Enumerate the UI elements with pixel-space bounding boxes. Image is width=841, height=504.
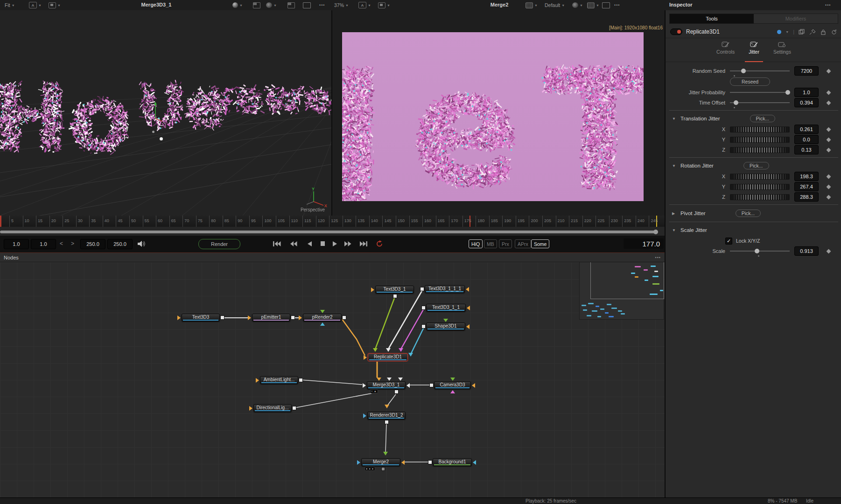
zoom-select-right[interactable]: 37%▼ xyxy=(332,0,350,10)
node-input-arrow[interactable] xyxy=(371,287,374,292)
keyframe-diamond-icon[interactable] xyxy=(827,137,831,142)
copy-view-button[interactable] xyxy=(251,0,262,10)
pin-icon[interactable] xyxy=(809,29,816,35)
view-mode-button-right[interactable]: ▼ xyxy=(376,0,392,10)
node-output-port[interactable] xyxy=(292,406,296,410)
node-expand-box[interactable]: • ▲ xyxy=(370,389,378,393)
fast-forward-button[interactable] xyxy=(342,240,354,247)
rotation-jitter-header[interactable]: ▼Rotation Jitter Pick... xyxy=(666,160,841,171)
frame-button-right[interactable] xyxy=(600,0,612,10)
pivot-pick-button[interactable]: Pick... xyxy=(736,210,761,217)
node-input-arrow[interactable] xyxy=(401,460,405,465)
node-aux-port[interactable] xyxy=(443,319,448,322)
scale-value[interactable]: 0.913 xyxy=(794,246,819,256)
node-aux-port[interactable] xyxy=(387,378,392,381)
step-fwd-range-button[interactable]: > xyxy=(71,239,74,248)
graph-node-text3d3-1-1[interactable]: Text3D3_1_1 xyxy=(426,304,466,312)
graph-node-renderer3d1-2[interactable]: Renderer3D1_2 xyxy=(367,412,406,420)
node-output-port[interactable] xyxy=(421,324,426,329)
node-input-arrow[interactable] xyxy=(177,315,181,320)
jitter-probability-slider[interactable] xyxy=(730,89,790,96)
node-input-arrow[interactable] xyxy=(248,315,251,320)
keyframe-diamond-icon[interactable] xyxy=(827,69,831,73)
node-enable-toggle[interactable] xyxy=(670,28,682,35)
graph-node-text3d3[interactable]: Text3D3 xyxy=(182,314,220,322)
node-input-arrow[interactable] xyxy=(363,413,366,418)
graph-node-background1[interactable]: Background1 xyxy=(433,458,472,466)
node-input-arrow[interactable] xyxy=(363,383,366,388)
subtab-controls[interactable]: Controls xyxy=(715,40,736,62)
reseed-button[interactable]: Reseed xyxy=(730,77,770,86)
timeline-scroll-knob[interactable] xyxy=(653,230,658,234)
pivot-jitter-header[interactable]: ▶Pivot Jitter Pick... xyxy=(666,207,841,219)
shading-button-left[interactable]: ▼ xyxy=(264,0,279,10)
goto-end-button[interactable] xyxy=(357,240,370,247)
rotation-x-value[interactable]: 198.3 xyxy=(794,172,819,181)
translation-x-slider[interactable] xyxy=(730,126,790,133)
translation-y-slider[interactable] xyxy=(730,137,790,143)
graph-node-prender2[interactable]: pRender2 xyxy=(303,314,342,322)
mb-toggle[interactable]: MB xyxy=(484,239,497,248)
node-color-dot[interactable] xyxy=(777,30,781,34)
node-input-arrow[interactable] xyxy=(256,378,259,383)
prx-toggle[interactable]: Prx xyxy=(499,239,512,248)
fast-reverse-button[interactable] xyxy=(287,240,300,247)
chevron-down-icon[interactable]: ▼ xyxy=(785,30,789,34)
tab-modifiers[interactable]: Modifiers xyxy=(754,14,838,23)
left-viewer-3d[interactable]: Y X Perspective xyxy=(0,10,331,216)
keyframe-diamond-icon[interactable] xyxy=(827,100,831,105)
node-aux-port[interactable] xyxy=(450,390,455,393)
node-input-arrow[interactable] xyxy=(467,306,470,310)
translation-pick-button[interactable]: Pick... xyxy=(750,115,776,122)
channel-button-right[interactable]: A▼ xyxy=(357,0,373,10)
timeline-scrollbar[interactable] xyxy=(0,231,656,233)
node-input-arrow[interactable] xyxy=(249,406,252,411)
timeline-ruler[interactable]: 5101520253035404550556065707580859095100… xyxy=(0,216,665,227)
graph-node-text3d3-1[interactable]: Text3D3_1 xyxy=(375,286,414,294)
node-output-port[interactable] xyxy=(385,420,389,424)
render-start-field[interactable]: 1.0 xyxy=(31,239,56,249)
node-aux-port[interactable] xyxy=(320,310,325,313)
current-frame-field[interactable]: 177.0 xyxy=(624,238,664,249)
keyframe-diamond-icon[interactable] xyxy=(827,90,831,95)
node-aux-port[interactable] xyxy=(450,378,455,381)
node-input-arrow[interactable] xyxy=(357,460,360,465)
node-graph-minimap[interactable] xyxy=(579,262,664,320)
graph-node-camera3d3[interactable]: Camera3D3 xyxy=(434,381,471,389)
global-end-field[interactable]: 250.0 xyxy=(107,239,133,249)
channel-button-left[interactable]: A▼ xyxy=(27,0,43,10)
node-output-port[interactable] xyxy=(299,378,303,382)
keyframe-diamond-icon[interactable] xyxy=(827,127,831,132)
node-output-port[interactable] xyxy=(291,315,295,320)
render-button[interactable]: Render xyxy=(198,239,240,249)
time-offset-slider[interactable] xyxy=(730,99,790,106)
node-output-port[interactable] xyxy=(421,306,426,310)
translation-z-slider[interactable] xyxy=(730,147,790,153)
stop-button[interactable] xyxy=(316,240,329,247)
lock-xyz-checkbox[interactable]: ✓ xyxy=(725,238,732,245)
keyframe-diamond-icon[interactable] xyxy=(827,249,831,253)
rotation-z-value[interactable]: 288.3 xyxy=(794,192,819,202)
node-input-arrow[interactable] xyxy=(406,383,410,388)
graph-node-text3d3-1-1-1[interactable]: Text3D3_1_1_1 xyxy=(425,285,465,293)
nodes-panel-options[interactable]: ••• xyxy=(655,255,661,260)
node-output-port[interactable] xyxy=(342,315,346,320)
goto-start-button[interactable] xyxy=(271,240,283,247)
translation-x-value[interactable]: 0.261 xyxy=(794,125,819,134)
translation-y-value[interactable]: 0.0 xyxy=(794,135,819,144)
render-end-field[interactable]: 250.0 xyxy=(80,239,105,249)
node-input-arrow[interactable] xyxy=(472,383,475,388)
rotation-z-slider[interactable] xyxy=(730,194,790,200)
node-output-port[interactable] xyxy=(220,315,224,320)
keyframe-diamond-icon[interactable] xyxy=(827,147,831,152)
node-input-arrow[interactable] xyxy=(364,355,367,360)
split-view-button[interactable] xyxy=(286,0,297,10)
rotation-y-slider[interactable] xyxy=(730,184,790,190)
view-mode-button-left[interactable]: ▼ xyxy=(47,0,63,10)
node-output-port[interactable] xyxy=(420,287,424,291)
rotation-y-value[interactable]: 267.4 xyxy=(794,182,819,191)
node-input-arrow[interactable] xyxy=(473,460,476,465)
node-output-port[interactable] xyxy=(393,294,397,298)
graph-node-shape3d1[interactable]: Shape3D1 xyxy=(426,322,465,330)
global-start-field[interactable]: 1.0 xyxy=(4,239,29,249)
